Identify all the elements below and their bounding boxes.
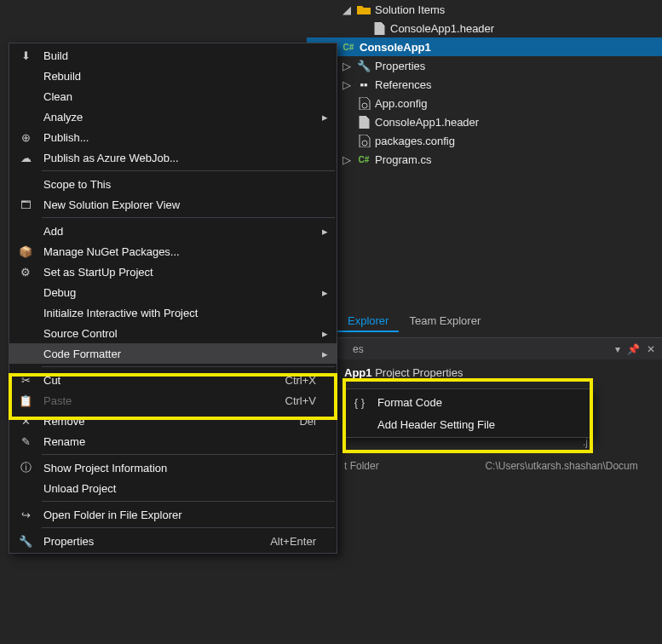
menu-item-label: Cut xyxy=(43,374,285,387)
menu-item-label: Remove xyxy=(43,415,299,428)
menu-item-label: New Solution Explorer View xyxy=(43,198,319,211)
no-icon xyxy=(14,222,37,239)
tree-label: ConsoleApp1.header xyxy=(375,116,479,129)
properties-pane-header: es ▾ 📌 ✕ xyxy=(307,337,662,359)
menu-item-new-solution-explorer-view[interactable]: 🗔New Solution Explorer View xyxy=(9,194,337,215)
menu-separator xyxy=(42,366,335,367)
menu-item-remove[interactable]: ✕RemoveDel xyxy=(9,411,337,431)
tree-item[interactable]: packages.config xyxy=(307,131,662,150)
menu-item-clean[interactable]: Clean xyxy=(9,86,337,106)
menu-item-label: Add xyxy=(43,225,319,238)
submenu-arrow-icon: ▸ xyxy=(319,286,330,299)
properties-header-es: es xyxy=(353,343,364,355)
open-folder-icon: ↪ xyxy=(14,506,37,523)
menu-item-shortcut: Del xyxy=(299,415,316,428)
no-icon xyxy=(14,304,37,321)
tree-item[interactable]: App.config xyxy=(307,94,662,112)
submenu-item-format-code[interactable]: { }Format Code xyxy=(343,391,590,413)
no-icon xyxy=(14,284,37,301)
tree-item[interactable]: ▷ C# Program.cs xyxy=(307,150,662,169)
no-icon xyxy=(14,88,37,105)
menu-item-publish-as-azure-webjob[interactable]: ☁Publish as Azure WebJob... xyxy=(9,147,337,168)
paste-icon: 📋 xyxy=(14,392,37,409)
format-code-icon: { } xyxy=(348,394,371,411)
menu-item-analyze[interactable]: Analyze▸ xyxy=(9,106,337,127)
info-icon: ⓘ xyxy=(14,459,37,476)
menu-item-label: Debug xyxy=(43,286,319,299)
project-ext: .j xyxy=(583,436,588,448)
file-icon xyxy=(356,114,371,129)
chevron-down-icon: ◢ xyxy=(341,3,353,16)
menu-item-label: Rebuild xyxy=(43,70,319,83)
menu-item-properties[interactable]: 🔧PropertiesAlt+Enter xyxy=(9,531,337,551)
chevron-right-icon: ▷ xyxy=(341,153,353,166)
solution-explorer-tree: ◢ Solution Items ConsoleApp1.header ◢ C#… xyxy=(307,0,662,169)
tree-label: Program.cs xyxy=(375,153,431,166)
cut-icon: ✂ xyxy=(14,371,37,388)
submenu-item-label: Format Code xyxy=(377,396,584,409)
menu-item-set-as-startup-project[interactable]: ⚙Set as StartUp Project xyxy=(9,262,337,282)
menu-item-publish[interactable]: ⊕Publish... xyxy=(9,127,337,147)
no-icon xyxy=(14,108,37,125)
menu-item-label: Paste xyxy=(43,394,285,407)
submenu-arrow-icon: ▸ xyxy=(319,225,330,238)
chevron-right-icon: ▷ xyxy=(341,60,353,72)
menu-separator xyxy=(42,217,335,218)
menu-item-unload-project[interactable]: Unload Project xyxy=(9,478,337,498)
config-icon xyxy=(356,95,371,111)
menu-item-manage-nuget-packages[interactable]: 📦Manage NuGet Packages... xyxy=(9,241,337,262)
menu-item-label: Manage NuGet Packages... xyxy=(43,245,319,258)
cloud-icon: ☁ xyxy=(14,149,37,166)
menu-item-show-project-information[interactable]: ⓘShow Project Information xyxy=(9,457,337,478)
submenu-arrow-icon: ▸ xyxy=(319,327,330,340)
publish-icon: ⊕ xyxy=(14,129,37,146)
menu-item-label: Rename xyxy=(43,435,319,448)
menu-item-cut[interactable]: ✂CutCtrl+X xyxy=(9,370,337,390)
properties-title: App1 Project Properties xyxy=(344,366,463,379)
menu-item-debug[interactable]: Debug▸ xyxy=(9,282,337,302)
menu-item-rebuild[interactable]: Rebuild xyxy=(9,66,337,86)
menu-item-label: Unload Project xyxy=(43,482,319,495)
menu-separator xyxy=(42,170,335,171)
menu-item-label: Open Folder in File Explorer xyxy=(43,509,319,521)
pin-icon[interactable]: 📌 xyxy=(627,343,640,355)
tree-label: ConsoleApp1.header xyxy=(390,22,494,35)
menu-item-rename[interactable]: ✎Rename xyxy=(9,431,337,451)
csharp-project-icon: C# xyxy=(341,39,356,55)
menu-item-label: Clean xyxy=(43,90,319,103)
tree-item[interactable]: ▷ ▪▪ References xyxy=(307,75,662,94)
properties-row-label: t Folder xyxy=(344,460,379,472)
wrench-icon: 🔧 xyxy=(14,532,37,549)
menu-item-scope-to-this[interactable]: Scope to This xyxy=(9,174,337,194)
tree-item[interactable]: ConsoleApp1.header xyxy=(307,19,662,37)
close-icon[interactable]: ✕ xyxy=(647,343,655,355)
rename-icon: ✎ xyxy=(14,433,37,450)
tree-project-consoleapp1[interactable]: ◢ C# ConsoleApp1 xyxy=(307,37,662,56)
tree-solution-items[interactable]: ◢ Solution Items xyxy=(307,0,662,19)
menu-item-label: Code Formatter xyxy=(43,348,319,360)
menu-item-build[interactable]: ⬇Build xyxy=(9,45,337,66)
tree-label: ConsoleApp1 xyxy=(360,41,431,54)
csharp-file-icon: C# xyxy=(356,152,371,167)
menu-item-add[interactable]: Add▸ xyxy=(9,221,337,241)
folder-icon xyxy=(356,2,371,17)
dropdown-icon[interactable]: ▾ xyxy=(615,343,620,355)
tree-label: App.config xyxy=(375,97,427,110)
submenu-item-add-header-setting-file[interactable]: Add Header Setting File xyxy=(343,413,590,435)
build-icon: ⬇ xyxy=(14,47,37,64)
wrench-icon: 🔧 xyxy=(356,58,371,73)
tab-team-explorer[interactable]: Team Explorer xyxy=(399,312,491,332)
code-formatter-submenu: { }Format CodeAdd Header Setting File xyxy=(343,388,591,438)
menu-item-code-formatter[interactable]: Code Formatter▸ xyxy=(9,343,337,364)
tree-item[interactable]: ConsoleApp1.header xyxy=(307,112,662,131)
menu-item-label: Properties xyxy=(43,535,270,548)
menu-item-source-control[interactable]: Source Control▸ xyxy=(9,323,337,343)
no-icon xyxy=(14,67,37,84)
menu-item-initialize-interactive-with-project[interactable]: Initialize Interactive with Project xyxy=(9,302,337,323)
tree-label: Solution Items xyxy=(375,3,445,16)
chevron-right-icon: ▷ xyxy=(341,78,353,91)
tree-label: References xyxy=(375,78,431,91)
tree-item[interactable]: ▷ 🔧 Properties xyxy=(307,56,662,75)
menu-item-open-folder-in-file-explorer[interactable]: ↪Open Folder in File Explorer xyxy=(9,504,337,525)
menu-item-shortcut: Alt+Enter xyxy=(270,535,316,548)
